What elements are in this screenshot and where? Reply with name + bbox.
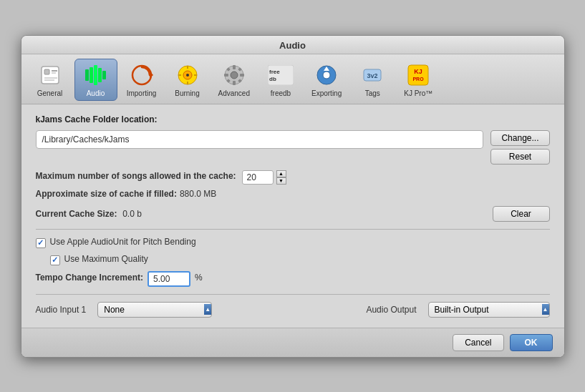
svg-point-34 xyxy=(323,72,330,79)
current-size-label: Current Cache Size: xyxy=(36,209,117,219)
audio-output-label: Audio Output xyxy=(366,305,416,315)
burning-label: Burning xyxy=(175,89,199,97)
stepper-up[interactable]: ▲ xyxy=(276,170,286,177)
window-title: Audio xyxy=(279,40,306,51)
svg-text:db: db xyxy=(269,76,276,82)
svg-rect-6 xyxy=(85,69,89,81)
general-icon xyxy=(37,62,63,88)
current-size-value: 0.0 b xyxy=(122,209,142,219)
main-window: Audio General xyxy=(21,35,565,358)
svg-rect-9 xyxy=(98,68,102,82)
tags-label: Tags xyxy=(365,89,380,97)
cache-path-row: /Library/Caches/kJams Change... Reset xyxy=(36,130,550,165)
exporting-label: Exporting xyxy=(311,89,342,97)
svg-text:3v2: 3v2 xyxy=(367,72,378,79)
ok-button[interactable]: OK xyxy=(510,334,553,351)
audio-options-section: Use Apple AudioUnit for Pitch Bending Us… xyxy=(36,237,550,287)
title-bar: Audio xyxy=(21,36,564,54)
max-songs-stepper[interactable]: ▲ ▼ xyxy=(276,170,286,185)
max-songs-input[interactable] xyxy=(242,170,274,185)
svg-rect-23 xyxy=(233,81,236,85)
content-area: kJams Cache Folder location: /Library/Ca… xyxy=(21,104,564,328)
svg-point-21 xyxy=(231,72,238,79)
clear-button[interactable]: Clear xyxy=(493,206,550,222)
cancel-button[interactable]: Cancel xyxy=(453,334,503,351)
svg-rect-1 xyxy=(44,69,49,74)
svg-rect-8 xyxy=(94,65,97,85)
cache-path-field: /Library/Caches/kJams xyxy=(36,130,484,149)
tempo-row: Tempo Change Increment: % xyxy=(36,271,550,287)
freedb-label: freedb xyxy=(271,89,291,97)
audio-icon xyxy=(83,62,109,88)
cache-folder-label: kJams Cache Folder location: xyxy=(36,114,550,124)
approx-size-label: Approximate size of cache if filled: xyxy=(36,189,177,199)
svg-rect-24 xyxy=(224,74,228,77)
advanced-label: Advanced xyxy=(218,89,250,97)
toolbar-freedb[interactable]: free db freedb xyxy=(259,59,302,101)
burning-icon xyxy=(175,62,200,88)
stepper-down[interactable]: ▼ xyxy=(276,177,286,185)
audio-input-label: Audio Input 1 xyxy=(36,305,87,315)
divider-1 xyxy=(36,229,550,230)
max-songs-label: Maximum number of songs allowed in the c… xyxy=(36,171,236,181)
svg-text:free: free xyxy=(269,69,280,75)
audio-io-row: Audio Input 1 None ▲▼ Audio Output Built… xyxy=(36,302,550,318)
tempo-label: Tempo Change Increment: xyxy=(36,273,143,283)
audio-input-value: None xyxy=(98,303,204,317)
toolbar-audio[interactable]: Audio xyxy=(74,59,117,101)
max-songs-row: Maximum number of songs allowed in the c… xyxy=(36,170,550,185)
use-apple-row: Use Apple AudioUnit for Pitch Bending xyxy=(36,237,550,250)
divider-2 xyxy=(36,294,550,295)
toolbar-exporting[interactable]: Exporting xyxy=(305,59,348,101)
kjpro-label: KJ Pro™ xyxy=(404,89,432,97)
cache-path-value: /Library/Caches/kJams xyxy=(42,134,130,144)
toolbar-kjpro[interactable]: KJ PRO KJ Pro™ xyxy=(397,59,440,101)
change-button[interactable]: Change... xyxy=(490,130,549,146)
current-size-group: Current Cache Size: 0.0 b xyxy=(36,208,142,219)
importing-icon xyxy=(129,62,155,88)
current-size-row: Current Cache Size: 0.0 b Clear xyxy=(36,206,550,222)
freedb-icon: free db xyxy=(268,62,294,88)
audio-label: Audio xyxy=(87,89,105,97)
svg-rect-10 xyxy=(102,71,106,79)
audio-output-arrow[interactable]: ▲▼ xyxy=(542,304,550,315)
svg-rect-22 xyxy=(233,65,236,69)
toolbar-advanced[interactable]: Advanced xyxy=(212,59,256,101)
general-label: General xyxy=(37,89,63,97)
svg-rect-25 xyxy=(240,74,244,77)
toolbar-burning[interactable]: Burning xyxy=(166,59,209,101)
audio-input-arrow[interactable]: ▲▼ xyxy=(204,304,212,315)
audio-output-value: Built-in Output xyxy=(429,303,542,317)
tags-icon: 3v2 xyxy=(359,62,385,88)
exporting-icon xyxy=(314,62,339,88)
use-quality-label: Use Maximum Quality xyxy=(64,254,148,264)
kjpro-icon: KJ PRO xyxy=(405,62,431,88)
approx-size-row: Approximate size of cache if filled: 880… xyxy=(36,189,550,202)
importing-label: Importing xyxy=(127,89,157,97)
use-quality-row: Use Maximum Quality xyxy=(50,254,550,267)
audio-output-select[interactable]: Built-in Output ▲▼ xyxy=(428,302,550,318)
cache-buttons: Change... Reset xyxy=(490,130,549,165)
use-apple-label: Use Apple AudioUnit for Pitch Bending xyxy=(50,237,196,247)
svg-point-11 xyxy=(132,66,151,84)
bottom-bar: Cancel OK xyxy=(21,328,564,357)
use-apple-checkbox[interactable] xyxy=(36,238,46,248)
tempo-unit: % xyxy=(195,273,203,283)
toolbar-general[interactable]: General xyxy=(29,59,72,101)
toolbar-importing[interactable]: Importing xyxy=(120,59,163,101)
svg-rect-0 xyxy=(42,67,59,84)
svg-point-15 xyxy=(186,74,189,77)
audio-input-select[interactable]: None ▲▼ xyxy=(97,302,212,318)
advanced-icon xyxy=(221,62,247,88)
svg-text:PRO: PRO xyxy=(413,77,425,82)
tempo-input[interactable] xyxy=(148,271,190,287)
approx-size-value: 880.0 MB xyxy=(180,189,216,199)
toolbar-tags[interactable]: 3v2 Tags xyxy=(351,59,394,101)
cache-section: kJams Cache Folder location: /Library/Ca… xyxy=(36,114,550,222)
svg-rect-7 xyxy=(90,67,93,83)
reset-button[interactable]: Reset xyxy=(490,149,549,165)
use-quality-checkbox[interactable] xyxy=(50,255,60,265)
toolbar: General Audio xyxy=(21,54,564,104)
svg-text:KJ: KJ xyxy=(414,68,422,75)
